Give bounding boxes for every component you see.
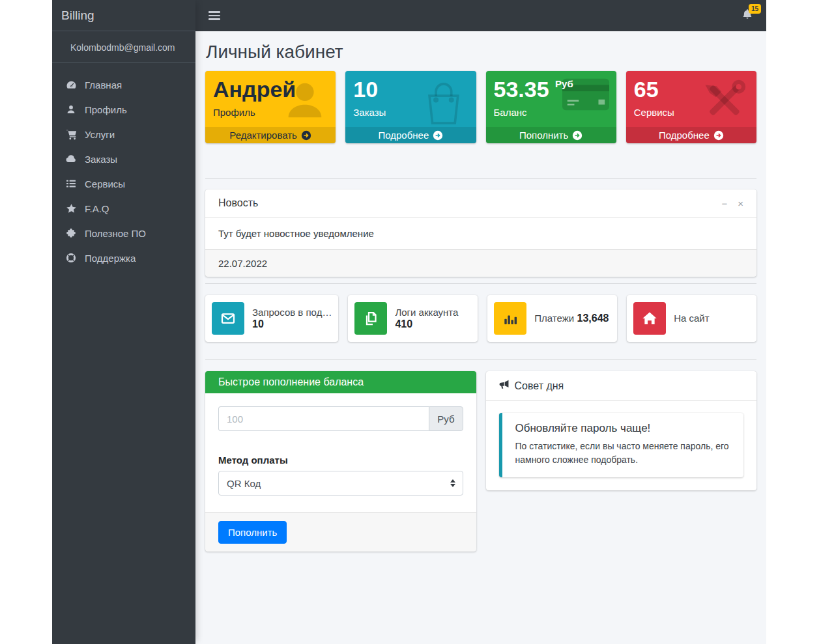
brand-link[interactable]: Billing: [52, 0, 195, 31]
app-window: Billing Kolombodmb@gmail.com Главная Про…: [52, 0, 766, 644]
info-boxes-row: Запросов в под… 10 Логи аккаунта 410: [205, 295, 756, 342]
sidebar-toggle-button[interactable]: [206, 5, 223, 26]
sidebar-nav: Главная Профиль Услуги Заказы: [52, 63, 195, 279]
info-box-label: Запросов в под…: [252, 307, 332, 318]
page-title: Личный кабинет: [206, 42, 756, 63]
user-icon: [64, 104, 78, 115]
stat-label: Профиль: [213, 107, 328, 118]
section-divider: [205, 283, 756, 284]
sidebar-item-home[interactable]: Главная: [57, 72, 190, 97]
life-ring-icon: [64, 253, 78, 263]
cart-icon: [64, 129, 78, 140]
sidebar-item-label: Сервисы: [85, 178, 125, 189]
stat-card-action-topup[interactable]: Пополнить: [486, 127, 616, 143]
envelope-icon: [212, 302, 244, 335]
info-box-to-site[interactable]: На сайт: [627, 295, 756, 342]
sidebar-item-label: F.A.Q: [85, 203, 109, 214]
info-box-support-requests[interactable]: Запросов в под… 10: [205, 295, 338, 342]
tachometer-icon: [64, 79, 78, 91]
arrow-circle-right-icon: [301, 130, 311, 141]
section-divider: [205, 178, 756, 179]
sidebar-item-uslugi[interactable]: Услуги: [57, 122, 190, 147]
list-icon: [64, 178, 78, 189]
quick-topup-title: Быстрое пополнение баланса: [205, 371, 476, 393]
info-box-label: Платежи: [534, 313, 574, 324]
info-box-payments[interactable]: Платежи 13,648: [487, 295, 617, 342]
info-box-label: Логи аккаунта: [395, 307, 458, 318]
sidebar-item-label: Поддержка: [85, 253, 136, 264]
star-icon: [64, 203, 78, 214]
stat-label: Сервисы: [634, 107, 749, 118]
news-card-date: 22.07.2022: [205, 249, 756, 277]
sidebar-item-orders[interactable]: Заказы: [57, 147, 190, 171]
sidebar-item-label: Полезное ПО: [85, 228, 146, 239]
cloud-icon: [64, 153, 78, 165]
amount-input[interactable]: [218, 406, 429, 431]
payment-method-label: Метод оплаты: [218, 455, 463, 466]
main-column: 15 Личный кабинет Андрей Профиль Редакти…: [195, 0, 766, 644]
news-card-body: Тут будет новостное уведомление: [205, 217, 756, 249]
notification-badge: 15: [749, 4, 761, 14]
stat-card-balance: 53.35 Руб Баланс Пополнить: [486, 71, 616, 143]
copy-icon: [354, 302, 387, 335]
sidebar-item-software[interactable]: Полезное ПО: [57, 221, 190, 245]
brand-label: Billing: [61, 8, 94, 23]
news-card: Новость − × Тут будет новостное уведомле…: [205, 189, 756, 277]
info-box-account-logs[interactable]: Логи аккаунта 410: [348, 295, 478, 342]
sidebar-item-label: Заказы: [85, 154, 117, 165]
tip-callout: Обновляйте пароль чаще! По статистике, е…: [499, 413, 744, 477]
stat-cards-row: Андрей Профиль Редактировать 10 Заказы: [205, 71, 756, 143]
currency-sup: Руб: [555, 78, 573, 89]
section-divider: [205, 359, 756, 360]
top-navbar: 15: [195, 0, 766, 31]
sidebar-item-servisy[interactable]: Сервисы: [57, 171, 190, 196]
sidebar-item-support[interactable]: Поддержка: [57, 245, 190, 270]
close-icon[interactable]: ×: [738, 198, 743, 209]
sidebar-item-label: Главная: [85, 79, 122, 91]
sidebar-item-label: Услуги: [85, 129, 115, 140]
info-box-value: 13,648: [577, 313, 609, 324]
stat-value: 65: [634, 77, 749, 102]
notifications-button[interactable]: 15: [741, 8, 753, 23]
chart-bar-icon: [494, 302, 526, 335]
stat-card-action-edit[interactable]: Редактировать: [205, 127, 336, 143]
stat-label: Баланс: [494, 107, 609, 118]
arrow-circle-right-icon: [433, 130, 443, 141]
puzzle-icon: [64, 228, 78, 238]
tip-of-day-card: Совет дня Обновляйте пароль чаще! По ста…: [486, 371, 757, 490]
arrow-circle-right-icon: [572, 130, 582, 141]
tip-card-title: Совет дня: [515, 380, 564, 392]
info-box-label: На сайт: [674, 313, 709, 324]
stat-card-orders: 10 Заказы Подробнее: [345, 71, 476, 143]
news-card-title: Новость: [218, 197, 258, 209]
content-area: Личный кабинет Андрей Профиль Редактиров…: [195, 31, 766, 644]
sidebar-item-profile[interactable]: Профиль: [57, 97, 190, 122]
user-panel: Kolombodmb@gmail.com: [52, 31, 195, 63]
home-icon: [633, 302, 666, 335]
stat-card-services: 65 Сервисы Подробнее: [626, 71, 756, 143]
currency-addon: Руб: [429, 406, 463, 431]
stat-card-action-details[interactable]: Подробнее: [345, 127, 476, 143]
stat-value: 53.35 Руб: [494, 77, 609, 102]
sidebar-item-faq[interactable]: F.A.Q: [57, 196, 190, 221]
sidebar: Billing Kolombodmb@gmail.com Главная Про…: [52, 0, 195, 644]
bullhorn-icon: [499, 379, 510, 393]
user-email: Kolombodmb@gmail.com: [70, 42, 175, 53]
stat-card-profile: Андрей Профиль Редактировать: [205, 71, 336, 143]
sidebar-item-label: Профиль: [85, 104, 127, 115]
tip-callout-title: Обновляйте пароль чаще!: [515, 422, 731, 435]
stat-value: Андрей: [213, 77, 328, 102]
arrow-circle-right-icon: [713, 130, 724, 141]
bottom-cards-row: Быстрое пополнение баланса Руб Метод опл…: [205, 371, 756, 552]
stat-value: 10: [353, 77, 468, 102]
info-box-value: 410: [395, 318, 412, 329]
stat-card-action-details[interactable]: Подробнее: [626, 127, 756, 143]
tip-callout-text: По статистике, если вы часто меняете пар…: [515, 440, 730, 467]
info-box-value: 10: [252, 318, 264, 329]
stat-label: Заказы: [353, 107, 468, 118]
collapse-icon[interactable]: −: [721, 198, 727, 209]
payment-method-select[interactable]: QR Код: [218, 471, 463, 496]
quick-topup-card: Быстрое пополнение баланса Руб Метод опл…: [205, 371, 476, 552]
topup-submit-button[interactable]: Пополнить: [218, 521, 287, 544]
